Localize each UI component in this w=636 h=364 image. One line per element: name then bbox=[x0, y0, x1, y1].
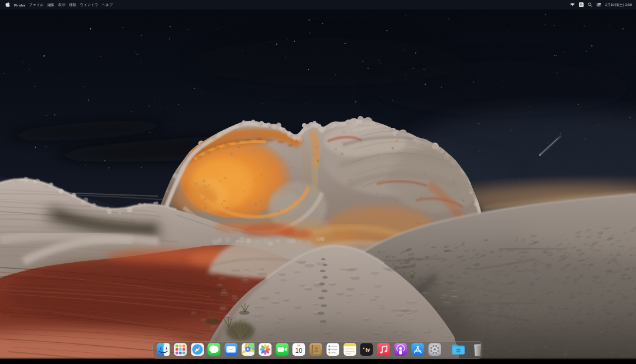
svg-text:tv: tv bbox=[366, 348, 370, 353]
svg-text:10: 10 bbox=[296, 347, 303, 354]
